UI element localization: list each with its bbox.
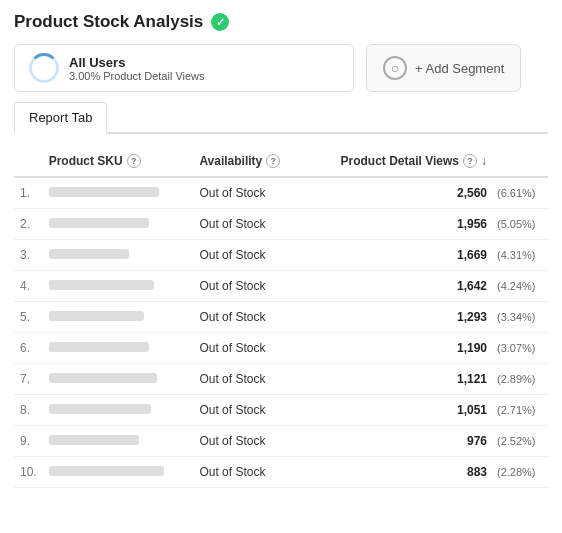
row-num: 3. — [14, 240, 43, 271]
row-availability: Out of Stock — [193, 177, 309, 209]
row-sku — [43, 395, 194, 426]
th-num — [14, 146, 43, 177]
row-availability: Out of Stock — [193, 457, 309, 488]
page-container: Product Stock Analysis ✓ All Users 3.00%… — [0, 0, 562, 488]
table-row: 4. Out of Stock 1,642 (4.24%) — [14, 271, 548, 302]
sku-help-icon[interactable]: ? — [127, 154, 141, 168]
row-views: 1,642 — [309, 271, 493, 302]
page-header: Product Stock Analysis ✓ — [14, 12, 548, 32]
tabs-row: Report Tab — [14, 102, 548, 134]
table-row: 5. Out of Stock 1,293 (3.34%) — [14, 302, 548, 333]
segment-circle-icon — [29, 53, 59, 83]
segment-all-users[interactable]: All Users 3.00% Product Detail Views — [14, 44, 354, 92]
row-pct: (2.28%) — [493, 457, 548, 488]
table-row: 7. Out of Stock 1,121 (2.89%) — [14, 364, 548, 395]
row-views: 976 — [309, 426, 493, 457]
table-row: 9. Out of Stock 976 (2.52%) — [14, 426, 548, 457]
row-sku — [43, 271, 194, 302]
row-pct: (3.07%) — [493, 333, 548, 364]
sku-blur — [49, 218, 149, 228]
row-num: 2. — [14, 209, 43, 240]
segment-sub: 3.00% Product Detail Views — [69, 70, 205, 82]
add-segment-button[interactable]: ○ + Add Segment — [366, 44, 521, 92]
row-sku — [43, 302, 194, 333]
row-pct: (2.71%) — [493, 395, 548, 426]
row-pct: (4.24%) — [493, 271, 548, 302]
row-num: 1. — [14, 177, 43, 209]
table-row: 6. Out of Stock 1,190 (3.07%) — [14, 333, 548, 364]
row-views: 1,190 — [309, 333, 493, 364]
data-table: Product SKU ? Availability ? Product Det… — [14, 146, 548, 488]
segments-row: All Users 3.00% Product Detail Views ○ +… — [14, 44, 548, 92]
table-row: 8. Out of Stock 1,051 (2.71%) — [14, 395, 548, 426]
sku-blur — [49, 280, 154, 290]
row-num: 9. — [14, 426, 43, 457]
page-title: Product Stock Analysis — [14, 12, 203, 32]
table-row: 3. Out of Stock 1,669 (4.31%) — [14, 240, 548, 271]
row-sku — [43, 177, 194, 209]
sku-blur — [49, 311, 144, 321]
row-num: 5. — [14, 302, 43, 333]
th-availability: Availability ? — [193, 146, 309, 177]
th-views: Product Detail Views ? ↓ — [309, 146, 493, 177]
th-sku: Product SKU ? — [43, 146, 194, 177]
row-views: 1,121 — [309, 364, 493, 395]
row-views: 883 — [309, 457, 493, 488]
row-num: 7. — [14, 364, 43, 395]
row-views: 1,293 — [309, 302, 493, 333]
row-sku — [43, 240, 194, 271]
row-num: 8. — [14, 395, 43, 426]
verified-icon: ✓ — [211, 13, 229, 31]
table-row: 2. Out of Stock 1,956 (5.05%) — [14, 209, 548, 240]
row-pct: (6.61%) — [493, 177, 548, 209]
row-pct: (2.89%) — [493, 364, 548, 395]
row-availability: Out of Stock — [193, 240, 309, 271]
add-segment-label: + Add Segment — [415, 61, 504, 76]
sort-icon[interactable]: ↓ — [481, 154, 487, 168]
table-row: 1. Out of Stock 2,560 (6.61%) — [14, 177, 548, 209]
row-views: 1,051 — [309, 395, 493, 426]
sku-blur — [49, 373, 157, 383]
sku-blur — [49, 342, 149, 352]
row-num: 10. — [14, 457, 43, 488]
row-sku — [43, 209, 194, 240]
row-sku — [43, 364, 194, 395]
views-help-icon[interactable]: ? — [463, 154, 477, 168]
row-pct: (3.34%) — [493, 302, 548, 333]
row-availability: Out of Stock — [193, 209, 309, 240]
row-sku — [43, 333, 194, 364]
row-pct: (4.31%) — [493, 240, 548, 271]
row-availability: Out of Stock — [193, 426, 309, 457]
segment-name: All Users — [69, 55, 205, 70]
th-pct — [493, 146, 548, 177]
row-views: 2,560 — [309, 177, 493, 209]
row-pct: (5.05%) — [493, 209, 548, 240]
row-availability: Out of Stock — [193, 302, 309, 333]
row-availability: Out of Stock — [193, 271, 309, 302]
row-sku — [43, 426, 194, 457]
add-segment-circle-icon: ○ — [383, 56, 407, 80]
table-container: Product SKU ? Availability ? Product Det… — [14, 146, 548, 488]
tab-report[interactable]: Report Tab — [14, 102, 107, 134]
sku-blur — [49, 249, 129, 259]
row-views: 1,669 — [309, 240, 493, 271]
row-availability: Out of Stock — [193, 395, 309, 426]
row-availability: Out of Stock — [193, 333, 309, 364]
sku-blur — [49, 435, 139, 445]
row-num: 4. — [14, 271, 43, 302]
row-views: 1,956 — [309, 209, 493, 240]
segment-info: All Users 3.00% Product Detail Views — [69, 55, 205, 82]
sku-blur — [49, 404, 151, 414]
row-pct: (2.52%) — [493, 426, 548, 457]
row-num: 6. — [14, 333, 43, 364]
sku-blur — [49, 187, 159, 197]
row-sku — [43, 457, 194, 488]
table-row: 10. Out of Stock 883 (2.28%) — [14, 457, 548, 488]
row-availability: Out of Stock — [193, 364, 309, 395]
availability-help-icon[interactable]: ? — [266, 154, 280, 168]
sku-blur — [49, 466, 164, 476]
